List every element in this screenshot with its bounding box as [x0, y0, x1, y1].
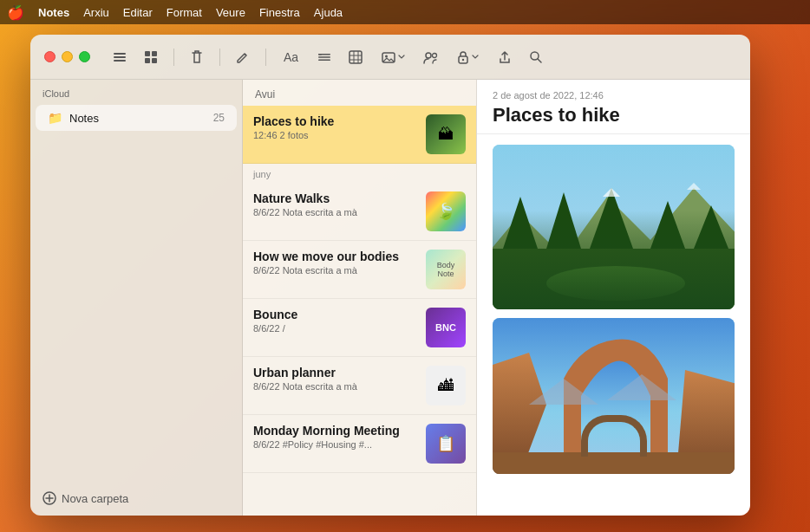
- arch-image: [493, 318, 735, 474]
- note-item-urban[interactable]: Urban planner 8/6/22 Nota escrita a mà 🏙: [243, 357, 476, 415]
- svg-point-17: [385, 55, 388, 57]
- note-item-bodies[interactable]: How we move our bodies 8/6/22 Nota escri…: [243, 241, 476, 299]
- photo-button[interactable]: [375, 47, 412, 68]
- lock-button[interactable]: [450, 47, 486, 68]
- icloud-label: iCloud: [30, 80, 242, 104]
- note-meta-bounce: 8/6/22 /: [253, 323, 417, 334]
- note-title-bodies: How we move our bodies: [253, 250, 417, 263]
- menu-format[interactable]: Format: [167, 6, 202, 19]
- folder-name: Notes: [69, 112, 213, 125]
- toolbar: Aa: [30, 35, 750, 80]
- collaborate-button[interactable]: [419, 45, 443, 69]
- note-content-monday: Monday Morning Meeting 8/6/22 #Policy #H…: [253, 424, 417, 464]
- note-content-urban: Urban planner 8/6/22 Nota escrita a mà: [253, 366, 417, 405]
- table-button[interactable]: [343, 45, 368, 69]
- photo-arch: [493, 318, 735, 474]
- note-title-hike: Places to hike: [253, 114, 417, 128]
- svg-rect-41: [493, 452, 735, 474]
- today-header: Avui: [243, 80, 476, 106]
- folder-count: 25: [213, 112, 225, 124]
- lock-chevron-icon: [472, 54, 479, 61]
- window-controls: [44, 51, 90, 62]
- note-thumb-bounce: BNC: [426, 308, 466, 347]
- svg-rect-9: [318, 59, 330, 61]
- menu-arxiu[interactable]: Arxiu: [83, 6, 109, 19]
- svg-rect-5: [145, 58, 150, 63]
- menu-editar[interactable]: Editar: [123, 6, 153, 19]
- note-content-bodies: How we move our bodies 8/6/22 Nota escri…: [253, 250, 417, 289]
- note-detail-date: 2 de agost de 2022, 12:46: [493, 90, 735, 101]
- note-content-bounce: Bounce 8/6/22 /: [253, 308, 417, 347]
- note-thumb-urban: 🏙: [426, 366, 466, 405]
- grid-view-button[interactable]: [139, 45, 163, 69]
- search-button[interactable]: [524, 45, 548, 69]
- note-meta-bodies: 8/6/22 Nota escrita a mà: [253, 265, 417, 276]
- font-button[interactable]: Aa: [277, 47, 305, 68]
- note-meta-nature: 8/6/22 Nota escrita a mà: [253, 207, 417, 217]
- menu-bar: 🍎 Notes Arxiu Editar Format Veure Finest…: [0, 0, 810, 24]
- note-detail-header: 2 de agost de 2022, 12:46 Places to hike: [477, 80, 750, 134]
- note-detail: 2 de agost de 2022, 12:46 Places to hike: [477, 80, 750, 516]
- note-item-nature[interactable]: Nature Walks 8/6/22 Nota escrita a mà 🍃: [243, 183, 476, 241]
- svg-rect-2: [114, 60, 126, 62]
- svg-rect-6: [152, 58, 157, 63]
- note-item-bounce[interactable]: Bounce 8/6/22 / BNC: [243, 299, 476, 357]
- photo-forest: [493, 145, 735, 309]
- list-view-button[interactable]: [108, 45, 132, 69]
- june-header: juny: [243, 164, 476, 183]
- svg-rect-11: [349, 51, 362, 63]
- menu-finestra[interactable]: Finestra: [259, 6, 300, 19]
- checklist-button[interactable]: [312, 45, 336, 69]
- close-button[interactable]: [44, 51, 56, 62]
- note-title-bounce: Bounce: [253, 308, 417, 321]
- sidebar: iCloud 📁 Notes 25 Nova carpeta: [30, 80, 243, 516]
- svg-point-21: [462, 58, 464, 60]
- note-content-hike: Places to hike 12:46 2 fotos: [253, 114, 417, 154]
- content-area: iCloud 📁 Notes 25 Nova carpeta Avui: [30, 80, 750, 516]
- svg-marker-34: [694, 205, 728, 249]
- note-item-hike[interactable]: Places to hike 12:46 2 fotos 🏔: [243, 106, 476, 164]
- menu-notes[interactable]: Notes: [38, 6, 69, 19]
- note-title-monday: Monday Morning Meeting: [253, 424, 417, 438]
- note-item-monday[interactable]: Monday Morning Meeting 8/6/22 #Policy #H…: [243, 415, 476, 473]
- note-thumb-bodies: BodyNote: [426, 250, 466, 289]
- delete-button[interactable]: [185, 45, 209, 69]
- share-button[interactable]: [493, 45, 517, 69]
- menu-veure[interactable]: Veure: [216, 6, 245, 19]
- svg-rect-10: [318, 54, 322, 55]
- photo-grid: [493, 145, 735, 474]
- svg-rect-3: [145, 51, 150, 56]
- apple-menu[interactable]: 🍎: [7, 4, 24, 21]
- new-folder-button[interactable]: Nova carpeta: [30, 484, 242, 516]
- minimize-button[interactable]: [62, 51, 73, 62]
- note-thumb-hike: 🏔: [426, 114, 466, 154]
- maximize-button[interactable]: [79, 51, 90, 62]
- svg-point-18: [426, 53, 431, 58]
- note-detail-title: Places to hike: [493, 104, 735, 127]
- menu-ajuda[interactable]: Ajuda: [314, 6, 343, 19]
- svg-point-19: [433, 53, 437, 57]
- svg-rect-1: [114, 56, 126, 58]
- new-folder-label: Nova carpeta: [62, 492, 128, 505]
- svg-rect-29: [493, 249, 735, 309]
- svg-rect-27: [493, 145, 735, 309]
- folder-icon: 📁: [48, 111, 62, 125]
- note-thumb-nature: 🍃: [426, 191, 466, 231]
- notes-list: Avui Places to hike 12:46 2 fotos 🏔 juny…: [243, 80, 477, 516]
- toolbar-sep-3: [265, 49, 266, 66]
- note-meta-monday: 8/6/22 #Policy #Housing #...: [253, 439, 417, 450]
- note-meta-hike: 12:46 2 fotos: [253, 130, 417, 140]
- font-label: Aa: [284, 50, 298, 64]
- main-window: Aa: [30, 35, 750, 516]
- toolbar-sep-1: [173, 49, 174, 66]
- note-detail-body[interactable]: [477, 134, 750, 516]
- note-title-nature: Nature Walks: [253, 191, 417, 205]
- sidebar-item-notes[interactable]: 📁 Notes 25: [36, 105, 237, 131]
- toolbar-sep-2: [219, 49, 220, 66]
- note-content-nature: Nature Walks 8/6/22 Nota escrita a mà: [253, 191, 417, 231]
- svg-rect-0: [114, 53, 126, 55]
- compose-button[interactable]: [231, 45, 255, 69]
- svg-rect-8: [318, 56, 330, 58]
- add-folder-icon: [42, 491, 56, 505]
- forest-image: [493, 145, 735, 309]
